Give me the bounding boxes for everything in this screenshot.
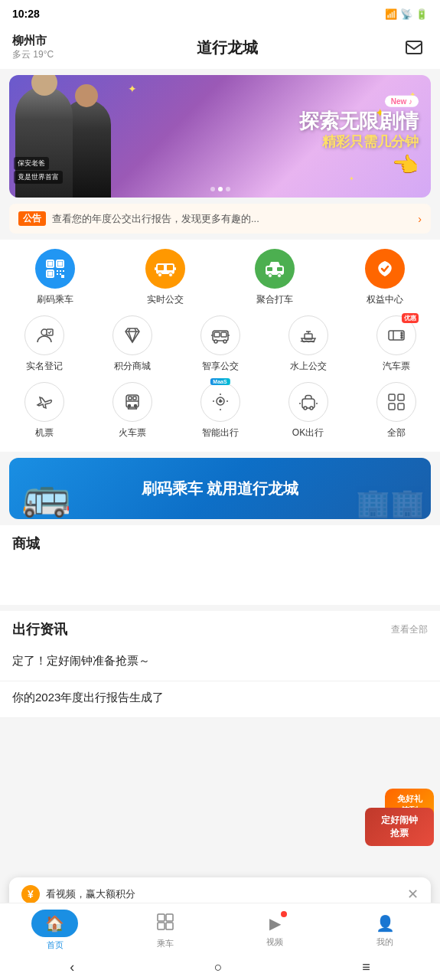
menu-item-flight[interactable]: 机票 (14, 382, 75, 439)
menu-item-benefits[interactable]: 权益中心 (354, 249, 416, 306)
svg-rect-49 (133, 397, 136, 400)
menu-item-train[interactable]: 火车票 (102, 382, 163, 439)
news-more[interactable]: 查看全部 (391, 623, 428, 636)
svg-rect-60 (398, 403, 404, 410)
ok-travel-icon (288, 382, 328, 422)
banner-tag: New ♪ (385, 96, 419, 107)
shop-section: 商城 (0, 525, 440, 605)
menu-item-scan[interactable]: 刷码乘车 (24, 249, 86, 306)
video-bar-close[interactable]: ✕ (407, 886, 419, 903)
svg-point-38 (401, 332, 403, 334)
nav-home-wrap: 🏠 (31, 910, 78, 937)
video-icon: ▶ (269, 915, 281, 932)
nav-ride-wrap (155, 912, 175, 936)
svg-point-53 (304, 407, 307, 410)
svg-rect-4 (57, 262, 62, 266)
menu-item-realtime[interactable]: 实时公交 (135, 249, 196, 306)
nav-home[interactable]: 🏠 首页 (0, 910, 110, 951)
menu-item-smart-travel[interactable]: MaaS 智能出行 (190, 382, 251, 439)
alarm-line1: 定好闹钟 (373, 814, 426, 827)
svg-rect-12 (61, 275, 64, 278)
realtime-bus-icon (145, 249, 185, 289)
nav-mine[interactable]: 👤 我的 (330, 913, 440, 948)
banner-text2: 精彩只需几分钟 (322, 132, 419, 150)
signal-icon: 📶 (385, 8, 397, 20)
header: 柳州市 多云 19°C 道行龙城 (0, 28, 440, 69)
all-icon (376, 382, 416, 422)
menu-button[interactable]: ≡ (362, 959, 370, 975)
scan-ride-label: 刷码乘车 (37, 293, 73, 306)
svg-point-54 (310, 407, 313, 410)
header-weather: 多云 19°C (12, 48, 54, 61)
svg-point-16 (158, 273, 161, 277)
header-title: 道行龙城 (54, 38, 400, 58)
flight-icon (24, 382, 64, 422)
svg-point-31 (223, 340, 227, 343)
menu-item-water-bus[interactable]: 水上公交 (278, 315, 339, 373)
svg-point-40 (401, 337, 403, 338)
realname-icon (24, 315, 64, 355)
menu-item-all[interactable]: 全部 (366, 382, 427, 439)
news-item-2[interactable]: 你的2023年度出行报告生成了 (0, 681, 440, 718)
dot (226, 187, 230, 191)
home-button[interactable]: ○ (214, 959, 223, 975)
hero-banner[interactable]: ✦ ✦ ✦ ✦ 保安老爸 竟是世界首富 New ♪ 探索无限剧情 精彩只需几分钟… (9, 75, 431, 198)
svg-rect-23 (267, 267, 272, 271)
menu-item-points[interactable]: 积分商城 (102, 315, 163, 373)
status-icons: 📶 📡 🔋 (385, 8, 428, 20)
home-icon: 🏠 (45, 915, 64, 932)
banner-label1: 保安老爸 (14, 157, 49, 170)
coin-icon: ¥ (21, 885, 40, 903)
benefits-label: 权益中心 (367, 293, 403, 306)
building-icon: 🏢🏢 (356, 487, 425, 519)
menu-item-realname[interactable]: 实名登记 (14, 315, 75, 373)
banner-text1: 探索无限剧情 (299, 110, 419, 132)
video-dot (281, 911, 287, 917)
nav-mine-label: 我的 (376, 936, 393, 948)
smart-bus-label: 智享公交 (202, 360, 239, 373)
nav-ride[interactable]: 乘车 (110, 912, 220, 949)
svg-rect-18 (155, 267, 156, 270)
banner-people: 保安老爸 竟是世界首富 (9, 75, 132, 198)
svg-rect-2 (47, 262, 52, 266)
svg-rect-8 (60, 270, 61, 272)
svg-rect-61 (158, 914, 165, 921)
maas-tag: MaaS (210, 378, 230, 385)
svg-rect-57 (389, 394, 395, 400)
svg-rect-28 (214, 332, 220, 337)
svg-rect-15 (167, 265, 173, 270)
dot (210, 187, 215, 191)
mail-button[interactable] (400, 34, 428, 61)
svg-rect-9 (63, 270, 64, 272)
flight-label: 机票 (35, 426, 54, 439)
menu-item-taxi[interactable]: 聚合打车 (244, 249, 305, 306)
banner-text-area: New ♪ 探索无限剧情 精彩只需几分钟 👈 (299, 96, 419, 178)
alarm-card[interactable]: 定好闹钟 抢票 (365, 808, 434, 846)
shop-content (0, 559, 440, 605)
notice-text: 查看您的年度公交出行报告，发现更多有趣的... (52, 212, 412, 226)
points-label: 积分商城 (114, 360, 151, 373)
svg-rect-0 (406, 41, 422, 54)
news-item-1-title: 定了！定好闹钟准备抢票～ (12, 654, 428, 668)
head2 (75, 84, 98, 107)
nav-mine-wrap: 👤 (374, 913, 396, 934)
realname-label: 实名登记 (26, 360, 63, 373)
svg-point-43 (128, 405, 130, 407)
notice-bar[interactable]: 公告 查看您的年度公交出行报告，发现更多有趣的... › (9, 204, 431, 234)
news-section: 出行资讯 查看全部 定了！定好闹钟准备抢票～ 你的2023年度出行报告生成了 (0, 611, 440, 718)
menu-item-smart-bus[interactable]: 智享公交 (190, 315, 251, 373)
taxi-label: 聚合打车 (256, 293, 293, 306)
nav-video[interactable]: ▶ 视频 (220, 913, 331, 948)
news-item-1[interactable]: 定了！定好闹钟准备抢票～ (0, 645, 440, 681)
bus-banner[interactable]: 🚌 刷码乘车 就用道行龙城 🏢🏢 (9, 458, 431, 519)
menu-item-bus-ticket[interactable]: 优惠 汽车票 (366, 315, 427, 373)
back-button[interactable]: ‹ (70, 959, 74, 975)
realtime-bus-label: 实时公交 (147, 293, 184, 306)
banner-dots (210, 187, 230, 191)
svg-point-39 (401, 335, 403, 336)
menu-row-3: 机票 火车票 (0, 382, 440, 439)
menu-item-ok-travel[interactable]: OK出行 (278, 382, 339, 439)
head1 (31, 75, 57, 96)
svg-point-44 (134, 405, 136, 407)
status-time: 10:28 (12, 8, 40, 20)
